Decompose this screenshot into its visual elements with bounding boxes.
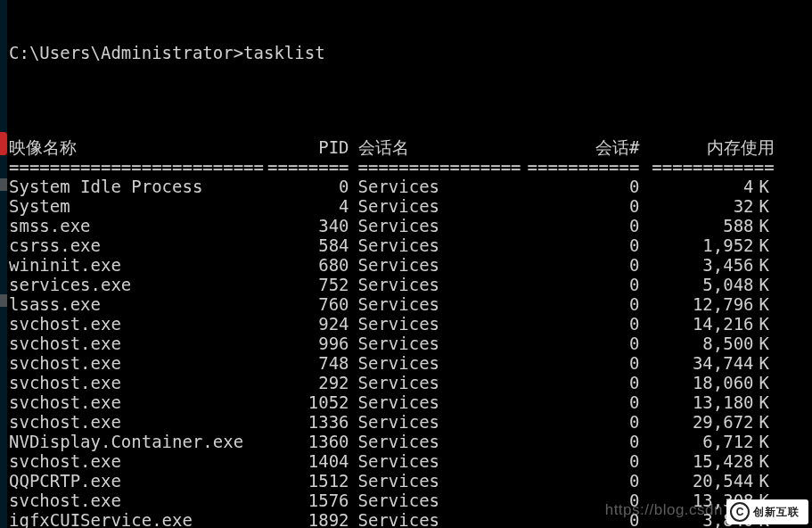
cell-session-num: 0 [528, 255, 652, 275]
table-row: svchost.exe924Services014,216K [9, 314, 780, 334]
cell-pid: 748 [267, 353, 358, 373]
cell-image-name: System [9, 196, 267, 216]
header-session: 会话名 [358, 137, 528, 157]
tab-marker-gray-icon [0, 178, 7, 191]
cell-session: Services [358, 294, 528, 314]
table-row: System4Services032K [9, 196, 780, 216]
cell-session: Services [358, 432, 528, 451]
cell-session: Services [358, 255, 528, 275]
cell-image-name: svchost.exe [9, 451, 267, 471]
cell-session-num: 0 [528, 432, 652, 451]
cell-session: Services [358, 353, 528, 373]
cell-pid: 292 [267, 373, 358, 392]
header-pid: PID [267, 137, 358, 157]
watermark-logo-text: 创新互联 [753, 505, 800, 520]
cell-image-name: svchost.exe [9, 353, 267, 373]
cell-memory-unit: K [759, 432, 780, 451]
tasklist-table: 映像名称 PID 会话名 会话# 内存使用 ==================… [9, 137, 780, 528]
cell-memory: 18,060 [652, 373, 759, 392]
cell-session: Services [358, 471, 528, 491]
terminal-output[interactable]: C:\Users\Administrator>tasklist 映像名称 PID… [0, 0, 812, 528]
cell-memory-unit: K [759, 334, 780, 353]
cell-session-num: 0 [528, 373, 652, 392]
tab-marker-gray-icon [0, 294, 7, 307]
cell-session-num: 0 [528, 314, 652, 334]
cell-session-num: 0 [528, 216, 652, 235]
cell-pid: 584 [267, 235, 358, 255]
table-row: svchost.exe748Services034,744K [9, 353, 780, 373]
cell-memory-unit: K [759, 216, 780, 235]
cell-session-num: 0 [528, 412, 652, 432]
cell-session-num: 0 [528, 235, 652, 255]
cell-session: Services [358, 275, 528, 294]
cell-pid: 1576 [267, 491, 358, 510]
cell-image-name: igfxCUIService.exe [9, 510, 267, 528]
table-row: svchost.exe1404Services015,428K [9, 451, 780, 471]
table-header-row: 映像名称 PID 会话名 会话# 内存使用 [9, 137, 780, 157]
cell-pid: 1404 [267, 451, 358, 471]
cell-session-num: 0 [528, 196, 652, 216]
cell-session-num: 0 [528, 334, 652, 353]
cell-pid: 1892 [267, 510, 358, 528]
cell-session-num: 0 [528, 275, 652, 294]
cell-pid: 996 [267, 334, 358, 353]
table-separator-row: ========================= ======== =====… [9, 157, 780, 177]
cell-session: Services [358, 334, 528, 353]
table-row: csrss.exe584Services01,952K [9, 235, 780, 255]
cell-session: Services [358, 314, 528, 334]
header-memory: 内存使用 [652, 137, 779, 157]
cell-pid: 0 [267, 177, 358, 196]
cell-image-name: lsass.exe [9, 294, 267, 314]
cell-memory: 4 [652, 177, 759, 196]
cell-session: Services [358, 216, 528, 235]
cell-memory-unit: K [759, 314, 780, 334]
cell-session: Services [358, 392, 528, 412]
cell-memory-unit: K [759, 235, 780, 255]
cell-image-name: svchost.exe [9, 392, 267, 412]
cell-memory: 29,672 [652, 412, 759, 432]
cell-session: Services [358, 196, 528, 216]
cell-memory-unit: K [759, 275, 780, 294]
table-row: NVDisplay.Container.exe1360Services06,71… [9, 432, 780, 451]
cell-session-num: 0 [528, 353, 652, 373]
cell-pid: 340 [267, 216, 358, 235]
header-image-name: 映像名称 [9, 137, 267, 157]
cell-image-name: QQPCRTP.exe [9, 471, 267, 491]
watermark-logo: C 创新互联 [726, 499, 808, 524]
header-session-num: 会话# [528, 137, 652, 157]
cell-memory: 32 [652, 196, 759, 216]
cell-pid: 752 [267, 275, 358, 294]
cell-image-name: NVDisplay.Container.exe [9, 432, 267, 451]
cell-image-name: wininit.exe [9, 255, 267, 275]
table-row: services.exe752Services05,048K [9, 275, 780, 294]
cell-memory-unit: K [759, 451, 780, 471]
cell-pid: 924 [267, 314, 358, 334]
cell-memory: 34,744 [652, 353, 759, 373]
cell-memory-unit: K [759, 177, 780, 196]
cell-memory-unit: K [759, 392, 780, 412]
cell-session: Services [358, 235, 528, 255]
cell-memory: 15,428 [652, 451, 759, 471]
cell-session: Services [358, 451, 528, 471]
cell-session-num: 0 [528, 294, 652, 314]
cell-image-name: csrss.exe [9, 235, 267, 255]
command-prompt: C:\Users\Administrator>tasklist [9, 43, 812, 62]
cell-pid: 1336 [267, 412, 358, 432]
cell-memory: 588 [652, 216, 759, 235]
table-row: svchost.exe996Services08,500K [9, 334, 780, 353]
cell-memory-unit: K [759, 471, 780, 491]
cell-pid: 680 [267, 255, 358, 275]
logo-glyph-icon: C [730, 502, 750, 522]
table-row: smss.exe340Services0588K [9, 216, 780, 235]
cell-memory-unit: K [759, 353, 780, 373]
cell-memory-unit: K [759, 196, 780, 216]
cell-session-num: 0 [528, 177, 652, 196]
cell-pid: 1512 [267, 471, 358, 491]
cell-memory-unit: K [759, 255, 780, 275]
cell-image-name: svchost.exe [9, 412, 267, 432]
cell-image-name: svchost.exe [9, 314, 267, 334]
cell-memory: 20,544 [652, 471, 759, 491]
cell-image-name: System Idle Process [9, 177, 267, 196]
cell-memory: 3,456 [652, 255, 759, 275]
cell-memory-unit: K [759, 412, 780, 432]
